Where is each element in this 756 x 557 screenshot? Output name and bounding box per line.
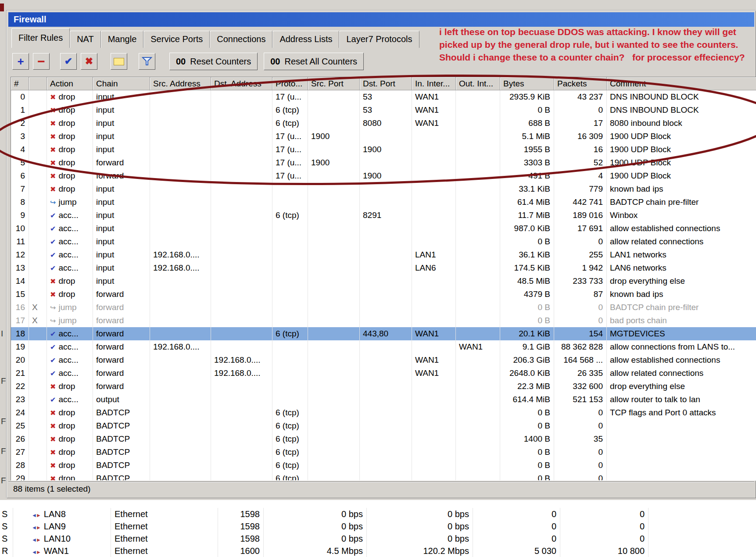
filter-button[interactable] xyxy=(139,53,155,70)
column-header-in_interface[interactable]: In. Inter... xyxy=(412,77,456,90)
column-header-chain[interactable]: Chain xyxy=(93,77,150,90)
filter-rule-row[interactable]: 3✖dropinput17 (u...19005.1 MiB16 3091900… xyxy=(11,130,756,143)
comment-button[interactable] xyxy=(111,53,127,70)
filter-rule-row[interactable]: 12✔acc...input192.168.0....LAN136.1 KiB2… xyxy=(11,248,756,261)
filter-rule-row[interactable]: 28✖dropBADTCP6 (tcp)0 B0 xyxy=(11,459,756,472)
filter-rule-row[interactable]: 22✖dropforward22.3 MiB332 600drop everyt… xyxy=(11,380,756,393)
interface-row[interactable]: S◄►LAN10Ethernet15980 bps0 bps00 xyxy=(0,532,756,545)
cell-out_interface xyxy=(456,353,500,367)
column-header-packets[interactable]: Packets xyxy=(554,77,607,90)
interface-icon: ◄► xyxy=(32,525,40,531)
filter-rule-row[interactable]: 23✔acc...output614.4 MiB521 153allow rou… xyxy=(11,393,756,406)
interface-icon: ◄► xyxy=(32,549,40,555)
filter-rule-row[interactable]: 8↪jumpinput61.4 MiB442 741BADTCP chain p… xyxy=(11,196,756,209)
reset-all-counters-button[interactable]: 00 Reset All Counters xyxy=(264,53,364,70)
cell-dst_port: 8080 xyxy=(360,117,412,130)
add-button[interactable]: + xyxy=(12,53,29,70)
column-header-protocol[interactable]: Proto... xyxy=(272,77,308,90)
filter-rule-row[interactable]: 7✖dropinput33.1 KiB779known bad ips xyxy=(11,182,756,196)
filter-rule-row[interactable]: 1✖dropinput6 (tcp)53WAN10 B0DNS INBOUND … xyxy=(11,104,756,117)
column-header-action[interactable]: Action xyxy=(47,77,93,90)
cell-disabled xyxy=(29,104,47,117)
filter-rule-row[interactable]: 17X↪jumpforward0 B0bad ports chain xyxy=(11,314,756,327)
filter-rule-row[interactable]: 0✖dropinput17 (u...53WAN12935.9 KiB43 23… xyxy=(11,90,756,104)
cell-out_interface xyxy=(456,301,500,314)
cell-src_port xyxy=(308,117,360,130)
filter-rule-row[interactable]: 5✖dropforward17 (u...19003303 B521900 UD… xyxy=(11,156,756,169)
cell-out_interface xyxy=(456,380,500,393)
column-header-out_interface[interactable]: Out. Int... xyxy=(456,77,500,90)
action-label: acc... xyxy=(58,211,78,220)
filter-rule-row[interactable]: 26✖dropBADTCP6 (tcp)1400 B35 xyxy=(11,432,756,446)
cell-packets: 332 600 xyxy=(554,380,607,393)
interface-row[interactable]: R◄►WAN1Ethernet16004.5 Mbps120.2 Mbps5 0… xyxy=(0,545,756,557)
filter-rule-row[interactable]: 14✖dropinput48.5 MiB233 733drop everythi… xyxy=(11,275,756,288)
cell-dst_address xyxy=(211,446,272,459)
filter-rule-row[interactable]: 16X↪jumpforward0 B0BADTCP chain pre-filt… xyxy=(11,301,756,314)
column-header-src_port[interactable]: Src. Port xyxy=(308,77,360,90)
tab-service-ports[interactable]: Service Ports xyxy=(143,31,210,48)
window-titlebar[interactable]: Firewall xyxy=(8,12,754,27)
column-header-bytes[interactable]: Bytes xyxy=(500,77,554,90)
filter-rule-row[interactable]: 9✔acc...input6 (tcp)829111.7 MiB189 016W… xyxy=(11,209,756,222)
filter-rule-row[interactable]: 29✖dropBADTCP6 (tcp)0 B0 xyxy=(11,472,756,481)
filter-rule-row[interactable]: 10✔acc...input987.0 KiB17 691allow estab… xyxy=(11,222,756,235)
cell-src_port xyxy=(308,209,360,222)
remove-button[interactable]: − xyxy=(33,53,50,70)
interface-row[interactable]: S◄►LAN9Ethernet15980 bps0 bps00 xyxy=(0,520,756,532)
cell-disabled xyxy=(29,90,47,104)
column-header-dst_port[interactable]: Dst. Port xyxy=(360,77,412,90)
filter-rule-row[interactable]: 24✖dropBADTCP6 (tcp)0 B0TCP flags and Po… xyxy=(11,406,756,419)
cell-packets: 233 733 xyxy=(554,275,607,288)
cell-src_address xyxy=(150,130,211,143)
cell-out_interface xyxy=(456,432,500,446)
interface-row[interactable]: S◄►LAN8Ethernet15980 bps0 bps00 xyxy=(0,508,756,520)
filter-rule-row[interactable]: 4✖dropinput17 (u...19001955 B161900 UDP … xyxy=(11,143,756,156)
tab-nat[interactable]: NAT xyxy=(70,31,101,48)
cell-n: 20 xyxy=(11,353,29,367)
cell-action: ✔acc... xyxy=(47,222,93,235)
cell-protocol: 17 (u... xyxy=(272,143,308,156)
filter-rule-row[interactable]: 21✔acc...forward192.168.0....WAN12648.0 … xyxy=(11,367,756,380)
enable-button[interactable]: ✔ xyxy=(60,53,77,70)
tab-mangle[interactable]: Mangle xyxy=(101,31,144,48)
filter-rule-row[interactable]: 6✖dropforward17 (u...1900491 B41900 UDP … xyxy=(11,169,756,182)
filter-rule-row[interactable]: 15✖dropforward4379 B87known bad ips xyxy=(11,288,756,301)
window-title: Firewall xyxy=(14,14,46,24)
cell-dst_port xyxy=(360,380,412,393)
cell-disabled xyxy=(29,130,47,143)
filter-rule-row[interactable]: 13✔acc...input192.168.0....LAN6174.5 KiB… xyxy=(11,261,756,275)
tab-address-lists[interactable]: Address Lists xyxy=(272,31,339,48)
tab-filter-rules[interactable]: Filter Rules xyxy=(11,28,70,48)
drop-icon: ✖ xyxy=(50,459,56,472)
filter-rule-row[interactable]: 11✔acc...input0 B0allow related connecti… xyxy=(11,235,756,248)
filter-rule-row[interactable]: 20✔acc...forward192.168.0....WAN1206.3 G… xyxy=(11,353,756,367)
column-header-disabled[interactable] xyxy=(29,77,47,90)
interface-name: LAN10 xyxy=(44,534,71,543)
tab-connections[interactable]: Connections xyxy=(210,31,272,48)
interface-rows: S◄►LAN8Ethernet15980 bps0 bps00S◄►LAN9Et… xyxy=(0,508,756,557)
remove-icon: − xyxy=(37,55,45,68)
cell-dst_port xyxy=(360,275,412,288)
column-header-dst_address[interactable]: Dst. Address xyxy=(211,77,272,90)
cell-in_interface xyxy=(412,209,456,222)
column-header-src_address[interactable]: Src. Address xyxy=(150,77,211,90)
tab-layer7-protocols[interactable]: Layer7 Protocols xyxy=(339,31,419,48)
annotation-line: Should i change these to a counter chain… xyxy=(439,51,745,64)
cell-comment: 1900 UDP Block xyxy=(607,130,756,143)
reset-counters-button[interactable]: 00 Reset Counters xyxy=(169,53,258,70)
cell-protocol xyxy=(272,275,308,288)
filter-rule-row[interactable]: 27✖dropBADTCP6 (tcp)0 B0 xyxy=(11,446,756,459)
filter-rule-row[interactable]: 2✖dropinput6 (tcp)8080WAN1688 B178080 in… xyxy=(11,117,756,130)
cell-bytes: 2935.9 KiB xyxy=(500,90,554,104)
cell-src_port xyxy=(308,169,360,182)
disable-button[interactable]: ✖ xyxy=(81,53,97,70)
cell-action: ✖drop xyxy=(47,380,93,393)
filter-rule-row[interactable]: 19✔acc...forward192.168.0....WAN19.1 GiB… xyxy=(11,340,756,353)
filter-rule-row[interactable]: 18✔acc...forward6 (tcp)443,80WAN120.1 Ki… xyxy=(11,327,756,340)
column-header-n[interactable]: # xyxy=(11,77,29,90)
cell-n: 11 xyxy=(11,235,29,248)
filter-rule-row[interactable]: 25✖dropBADTCP6 (tcp)0 B0 xyxy=(11,419,756,432)
column-header-comment[interactable]: Comment xyxy=(607,77,756,90)
cell-chain: BADTCP xyxy=(93,419,150,432)
